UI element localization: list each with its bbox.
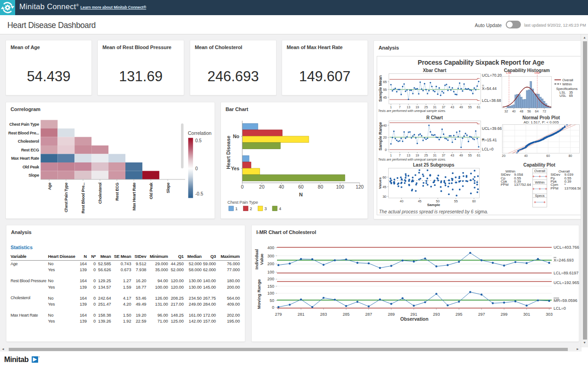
svg-text:37: 37 xyxy=(442,106,446,109)
svg-text:UCL=70.20: UCL=70.20 xyxy=(482,73,502,78)
svg-text:0: 0 xyxy=(272,305,274,310)
svg-text:Chest Pain Type: Chest Pain Type xyxy=(227,200,258,205)
svg-text:100: 100 xyxy=(267,291,274,296)
svg-text:55: 55 xyxy=(454,200,458,203)
svg-text:137068.58: 137068.58 xyxy=(565,186,582,190)
svg-text:31: 31 xyxy=(433,106,437,109)
svg-text:50: 50 xyxy=(270,298,274,303)
svg-text:400: 400 xyxy=(267,245,274,250)
svg-text:300: 300 xyxy=(267,254,274,258)
svg-text:7: 7 xyxy=(399,154,401,157)
svg-text:0: 0 xyxy=(241,184,243,190)
svg-text:285: 285 xyxy=(343,312,350,317)
svg-text:LCL=0: LCL=0 xyxy=(482,147,494,151)
svg-text:Individual: Individual xyxy=(254,249,259,269)
svg-text:Sample Mean: Sample Mean xyxy=(378,75,383,102)
svg-text:13: 13 xyxy=(407,154,410,157)
svg-text:56: 56 xyxy=(527,110,531,113)
svg-text:40: 40 xyxy=(512,110,516,113)
svg-text:Age: Age xyxy=(47,183,52,190)
svg-text:48: 48 xyxy=(520,110,523,113)
svg-text:0: 0 xyxy=(385,148,387,152)
svg-text:Heart Disease: Heart Disease xyxy=(226,136,231,169)
svg-text:The actual process spread is r: The actual process spread is represented… xyxy=(379,209,488,214)
svg-text:1: 1 xyxy=(235,206,237,211)
svg-text:19: 19 xyxy=(415,154,419,157)
svg-text:25: 25 xyxy=(424,106,428,109)
svg-text:Rest ECG: Rest ECG xyxy=(21,148,39,152)
svg-text:Capability Plot: Capability Plot xyxy=(523,162,555,167)
svg-text:61: 61 xyxy=(477,154,481,157)
svg-text:293: 293 xyxy=(433,312,440,317)
svg-text:31: 31 xyxy=(433,154,437,157)
svg-text:80: 80 xyxy=(569,154,572,157)
svg-text:40: 40 xyxy=(383,123,387,128)
svg-text:7: 7 xyxy=(399,106,401,109)
svg-text:40: 40 xyxy=(524,154,528,157)
svg-text:64: 64 xyxy=(535,110,539,113)
svg-text:Tests are performed with unequ: Tests are performed with unequal sample … xyxy=(378,109,446,113)
svg-text:80: 80 xyxy=(318,184,323,190)
svg-text:Process Capability Sixpack Rep: Process Capability Sixpack Report for Ag… xyxy=(418,59,544,66)
svg-text:AD: 1.517, P: < 0.005: AD: 1.517, P: < 0.005 xyxy=(524,120,559,124)
svg-text:200: 200 xyxy=(267,262,274,266)
svg-text:45: 45 xyxy=(418,200,422,203)
svg-text:4: 4 xyxy=(279,206,281,211)
svg-text:45: 45 xyxy=(383,95,387,100)
svg-text:MR=59.0596: MR=59.0596 xyxy=(554,298,577,303)
svg-text:Sample Range: Sample Range xyxy=(378,122,383,151)
svg-text:USL: USL xyxy=(560,94,566,98)
svg-text:X=54.44: X=54.44 xyxy=(482,86,497,91)
svg-text:32: 32 xyxy=(504,110,508,113)
svg-text:20: 20 xyxy=(259,184,265,190)
svg-text:Rest ECG: Rest ECG xyxy=(115,183,119,201)
svg-text:Yes: Yes xyxy=(231,166,239,171)
svg-text:289: 289 xyxy=(388,312,395,317)
svg-text:Old Peak: Old Peak xyxy=(23,165,40,169)
svg-text:LSL: LSL xyxy=(506,72,512,74)
svg-text:Slope: Slope xyxy=(28,173,39,178)
svg-text:Old Peak: Old Peak xyxy=(149,182,153,199)
svg-text:60: 60 xyxy=(298,184,304,190)
svg-text:Within: Within xyxy=(562,82,572,86)
svg-text:Sample: Sample xyxy=(427,203,441,207)
svg-text:25: 25 xyxy=(424,154,428,157)
svg-text:-0.5: -0.5 xyxy=(195,191,204,196)
svg-text:65: 65 xyxy=(383,80,387,84)
svg-text:Slope: Slope xyxy=(166,183,170,193)
svg-text:Last 25 Subgroups: Last 25 Subgroups xyxy=(413,162,454,167)
svg-text:297: 297 xyxy=(478,312,485,317)
svg-text:20: 20 xyxy=(383,135,387,139)
svg-text:60: 60 xyxy=(383,175,386,179)
svg-text:Observation: Observation xyxy=(400,316,428,322)
svg-text:Overall: Overall xyxy=(562,78,573,82)
svg-text:Rest Blood Pre...: Rest Blood Pre... xyxy=(81,183,85,213)
svg-text:137752.64: 137752.64 xyxy=(514,183,531,187)
svg-text:Xbar Chart: Xbar Chart xyxy=(423,68,447,73)
svg-text:R Chart: R Chart xyxy=(426,115,443,120)
svg-text:Moving Range: Moving Range xyxy=(256,279,261,309)
svg-text:USL: USL xyxy=(535,72,540,74)
svg-text:200: 200 xyxy=(267,277,274,281)
svg-text:PPM: PPM xyxy=(501,183,509,187)
svg-text:150: 150 xyxy=(267,284,274,289)
svg-text:Within: Within xyxy=(535,180,545,184)
svg-text:50: 50 xyxy=(436,200,440,203)
svg-text:72: 72 xyxy=(543,110,546,113)
svg-text:0.5: 0.5 xyxy=(195,138,202,143)
svg-text:100: 100 xyxy=(267,270,274,274)
svg-text:61: 61 xyxy=(477,106,481,109)
svg-text:R=15.41: R=15.41 xyxy=(482,138,497,142)
svg-text:55: 55 xyxy=(468,106,472,109)
svg-text:Max Heart Rate: Max Heart Rate xyxy=(11,156,39,161)
svg-text:0: 0 xyxy=(195,166,198,171)
svg-text:301: 301 xyxy=(523,312,530,317)
svg-text:N: N xyxy=(299,192,303,197)
svg-text:2: 2 xyxy=(250,206,252,211)
svg-text:LCL=38.68: LCL=38.68 xyxy=(482,98,501,103)
svg-text:65: 65 xyxy=(569,94,573,98)
svg-text:Cholesterol: Cholesterol xyxy=(18,139,39,144)
svg-text:UCL=192.965: UCL=192.965 xyxy=(554,280,579,285)
svg-text:55: 55 xyxy=(383,88,387,92)
svg-text:40: 40 xyxy=(400,200,403,203)
